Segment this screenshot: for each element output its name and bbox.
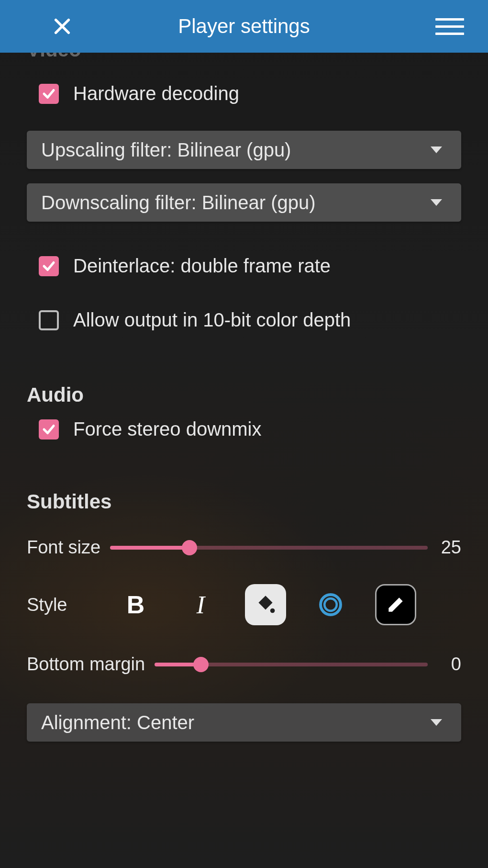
font-size-row: Font size 25	[27, 537, 461, 558]
tenbit-option[interactable]: Allow output in 10-bit color depth	[27, 309, 461, 331]
alignment-label: Alignment: Center	[41, 712, 194, 733]
font-size-label: Font size	[27, 537, 100, 558]
hardware-decoding-label: Hardware decoding	[73, 83, 239, 104]
font-size-slider[interactable]	[110, 538, 428, 557]
tenbit-label: Allow output in 10-bit color depth	[73, 309, 351, 331]
bottom-margin-row: Bottom margin 0	[27, 654, 461, 675]
close-icon[interactable]	[48, 12, 77, 41]
deinterlace-label: Deinterlace: double frame rate	[73, 255, 331, 277]
downscaling-filter-dropdown[interactable]: Downscaling filter: Bilinear (gpu)	[27, 183, 461, 222]
svg-point-0	[270, 609, 275, 613]
force-stereo-label: Force stereo downmix	[73, 418, 261, 440]
bottom-margin-value: 0	[437, 654, 461, 675]
upscaling-filter-label: Upscaling filter: Bilinear (gpu)	[41, 139, 291, 161]
style-row: Style B I	[27, 584, 461, 625]
force-stereo-checkbox[interactable]	[39, 419, 59, 440]
deinterlace-option[interactable]: Deinterlace: double frame rate	[27, 255, 461, 277]
svg-point-2	[325, 598, 337, 611]
page-title: Player settings	[178, 15, 310, 38]
tenbit-checkbox[interactable]	[39, 310, 59, 330]
hardware-decoding-checkbox[interactable]	[39, 84, 59, 104]
italic-style-button[interactable]: I	[180, 584, 221, 625]
hardware-decoding-option[interactable]: Hardware decoding	[27, 83, 461, 104]
bottom-margin-label: Bottom margin	[27, 654, 145, 675]
subtitles-section-heading: Subtitles	[27, 490, 461, 513]
deinterlace-checkbox[interactable]	[39, 256, 59, 276]
alignment-dropdown[interactable]: Alignment: Center	[27, 703, 461, 742]
chevron-down-icon	[431, 147, 442, 153]
force-stereo-option[interactable]: Force stereo downmix	[27, 418, 461, 440]
audio-section-heading: Audio	[27, 383, 461, 406]
font-size-value: 25	[437, 537, 461, 558]
chevron-down-icon	[431, 199, 442, 206]
fill-color-button[interactable]	[245, 584, 286, 625]
outline-color-button[interactable]	[310, 584, 351, 625]
upscaling-filter-dropdown[interactable]: Upscaling filter: Bilinear (gpu)	[27, 131, 461, 169]
bold-style-button[interactable]: B	[115, 584, 156, 625]
hamburger-menu-icon[interactable]	[435, 12, 464, 41]
style-label: Style	[27, 595, 67, 615]
edit-style-button[interactable]	[375, 584, 416, 625]
bottom-margin-slider[interactable]	[155, 655, 428, 674]
app-header: Player settings	[0, 0, 488, 53]
chevron-down-icon	[431, 719, 442, 726]
downscaling-filter-label: Downscaling filter: Bilinear (gpu)	[41, 192, 316, 214]
